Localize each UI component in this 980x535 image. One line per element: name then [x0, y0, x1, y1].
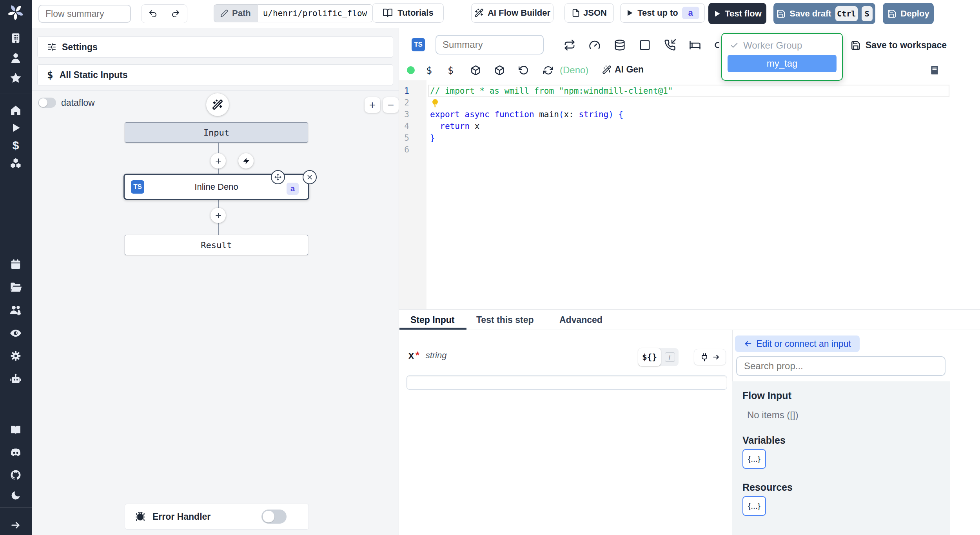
folders-icon[interactable]	[9, 281, 22, 294]
schedules-calendar-icon[interactable]	[10, 258, 22, 270]
wand-icon	[212, 99, 223, 110]
home-icon[interactable]	[10, 104, 22, 116]
lightbulb-icon[interactable]	[430, 98, 440, 108]
error-handler-toggle[interactable]	[261, 510, 287, 524]
add-step-button-bottom[interactable]	[211, 208, 226, 223]
test-up-to-step-badge: a	[682, 7, 699, 19]
tab-bar: Step Input Test this step Advanced	[399, 310, 980, 330]
step-panel: Step Input Test this step Advanced x * s…	[399, 309, 980, 535]
assets-dollar-icon[interactable]: $	[426, 65, 432, 76]
undo-button[interactable]	[142, 5, 164, 23]
error-handler-row[interactable]: Error Handler	[125, 504, 309, 530]
move-icon	[274, 174, 281, 181]
save-icon	[887, 9, 897, 18]
zoom-out-button[interactable]: −	[383, 97, 399, 113]
bolt-icon	[242, 157, 250, 165]
windmill-logo[interactable]	[7, 3, 25, 21]
variables-dollar-icon[interactable]: $	[448, 65, 454, 76]
no-items-text: No items ([])	[747, 410, 799, 421]
connect-input-button[interactable]	[694, 349, 726, 365]
favorites-star-icon[interactable]	[9, 72, 22, 84]
sidebar-divider-top	[0, 23, 32, 23]
retries-repeat-icon[interactable]	[564, 39, 575, 51]
refresh-icon[interactable]	[543, 65, 553, 75]
variables-dollar-icon[interactable]: $	[13, 139, 19, 152]
ai-gen-button[interactable]: AI Gen	[602, 64, 644, 75]
tutorials-button[interactable]: Tutorials	[372, 3, 444, 23]
expr-toggle-static[interactable]: ${}	[638, 348, 661, 366]
discord-icon[interactable]	[9, 446, 22, 459]
save-draft-button[interactable]: Save draft Ctrl S	[773, 3, 875, 24]
undo-icon	[148, 9, 158, 18]
flow-summary-input[interactable]	[38, 5, 131, 23]
expr-toggle-fn[interactable]: ƒ	[661, 352, 679, 362]
save-to-workspace-button[interactable]: Save to workspace	[851, 40, 947, 51]
tab-step-input[interactable]: Step Input	[410, 315, 454, 325]
flow-node-input[interactable]: Input	[125, 122, 308, 143]
test-up-to-button[interactable]: Test up to a	[620, 3, 705, 23]
all-static-inputs-row[interactable]: $ All Static Inputs	[37, 64, 393, 85]
search-prop-input[interactable]	[736, 356, 946, 376]
test-flow-button[interactable]: Test flow	[708, 3, 766, 24]
path-label-segment: Path	[214, 4, 257, 22]
dark-mode-moon-icon[interactable]	[10, 490, 21, 501]
mock-square-icon[interactable]	[639, 39, 651, 51]
code-area[interactable]: 123456 // import * as wmill from "npm:wi…	[399, 80, 980, 309]
fn-toggle-label: ƒ	[665, 352, 675, 362]
redo-button[interactable]	[164, 5, 187, 23]
ai-flow-builder-button[interactable]: AI Flow Builder	[471, 3, 554, 23]
audit-eye-icon[interactable]	[9, 327, 22, 339]
docs-book-icon[interactable]	[10, 424, 22, 436]
suspend-phone-icon[interactable]	[664, 39, 676, 51]
flow-node-result[interactable]: Result	[125, 235, 308, 255]
tab-advanced[interactable]: Advanced	[559, 315, 603, 325]
wand-icon	[602, 65, 612, 74]
history-icon[interactable]	[519, 65, 529, 75]
runs-play-icon[interactable]	[10, 122, 21, 133]
flow-settings-row[interactable]: Settings	[37, 36, 393, 58]
deploy-button[interactable]: Deploy	[883, 3, 934, 24]
package-icon-2[interactable]	[494, 65, 505, 76]
zoom-in-button[interactable]: +	[365, 97, 380, 113]
github-icon[interactable]	[10, 469, 22, 481]
save-icon	[776, 9, 786, 18]
dataflow-toggle[interactable]	[38, 98, 56, 108]
groups-icon[interactable]	[9, 304, 22, 317]
arg-label: x * string	[408, 350, 446, 361]
user-icon[interactable]	[9, 52, 22, 64]
edit-or-connect-button[interactable]: Edit or connect an input	[735, 336, 860, 352]
close-icon	[307, 174, 313, 180]
worker-group-option[interactable]: Worker Group	[722, 36, 842, 55]
sidebar-divider-mid	[0, 94, 32, 94]
cache-database-icon[interactable]	[614, 39, 626, 51]
variables-object-chip[interactable]: {...}	[742, 449, 766, 469]
path-chip[interactable]: Path u/henri/prolific_flow	[214, 4, 373, 22]
move-step-button[interactable]	[271, 170, 285, 184]
tab-test-this-step[interactable]: Test this step	[476, 315, 534, 325]
arrow-right-icon	[712, 353, 720, 361]
ai-wand-button[interactable]	[206, 93, 229, 116]
package-icon[interactable]	[470, 65, 481, 76]
save-icon	[851, 40, 861, 51]
settings-gear-icon[interactable]	[10, 350, 22, 362]
arg-value-input[interactable]	[407, 375, 727, 390]
expand-sidebar-arrow-icon[interactable]	[10, 520, 21, 531]
worker-group-dropdown[interactable]: Worker Group my_tag	[721, 33, 843, 81]
ai-robot-icon[interactable]	[9, 373, 22, 385]
summary-input[interactable]	[436, 35, 544, 54]
script-docs-book-icon[interactable]	[929, 65, 940, 75]
plug-icon	[700, 352, 709, 362]
worker-tag-option[interactable]: my_tag	[728, 55, 837, 72]
resources-object-chip[interactable]: {...}	[742, 496, 766, 516]
plus-icon	[214, 157, 222, 165]
workspace-icon[interactable]	[10, 32, 22, 44]
dataflow-label: dataflow	[61, 98, 95, 108]
resources-cubes-icon[interactable]	[9, 157, 22, 169]
add-step-button-top[interactable]	[211, 153, 226, 169]
flow-node-result-label: Result	[201, 240, 232, 250]
delete-step-button[interactable]	[303, 170, 317, 184]
json-button[interactable]: JSON	[564, 3, 614, 23]
sleep-bed-icon[interactable]	[689, 39, 701, 51]
trigger-bolt-button[interactable]	[238, 153, 254, 169]
early-stop-gauge-icon[interactable]	[589, 39, 601, 51]
